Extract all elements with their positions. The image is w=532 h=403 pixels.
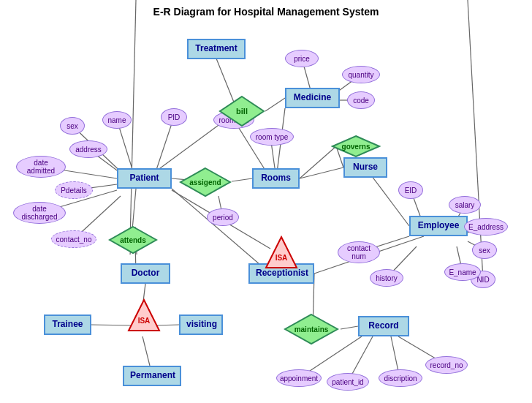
svg-text:assigend: assigend [189,178,221,187]
attr-pid: PID [161,108,187,126]
rel-assigend: assigend [179,167,232,197]
svg-text:ISA: ISA [276,254,288,262]
attr-name: name [102,111,132,129]
attr-quantity: quantity [342,66,380,83]
attr-discription: discription [379,369,422,387]
svg-line-18 [232,178,252,181]
rel-attends: attends [108,225,158,255]
rel-bill: bill [218,95,265,127]
entity-nurse: Nurse [343,157,387,178]
svg-line-39 [341,326,358,329]
attr-eid: EID [398,181,423,199]
attr-address: address [69,140,107,158]
attr-pdetails: Pdetails [55,181,93,199]
isa-receptionist: ISA [265,236,298,269]
svg-marker-62 [129,300,159,331]
attr-record-no: record_no [425,356,468,374]
attr-e-address: E_address [464,218,508,236]
entity-doctor: Doctor [121,263,170,284]
svg-text:attends: attends [120,236,146,244]
entity-visiting: visiting [179,315,223,335]
svg-marker-60 [266,237,297,268]
attr-sex2: sex [472,241,497,259]
attr-period: period [207,208,239,226]
entity-permanent: Permanent [123,366,181,386]
attr-history: history [370,269,403,287]
attr-code: code [347,91,375,109]
attr-contact-num: contact num [338,241,380,263]
attr-appoinment: appoinment [276,369,322,387]
svg-line-34 [468,0,483,279]
attr-price: price [285,50,319,67]
diagram-title: E-R Diagram for Hospital Management Syst… [0,0,532,23]
rel-maintains: maintains [284,313,339,345]
attr-contact-no: contact_no [51,230,96,248]
svg-line-1 [265,98,285,111]
entity-treatment: Treatment [187,39,246,59]
isa-doctor: ISA [127,298,161,332]
svg-line-20 [300,167,343,178]
svg-line-28 [172,189,270,274]
entity-record: Record [358,316,409,336]
attr-patient-id: patient_id [327,373,369,391]
svg-text:governs: governs [342,143,370,151]
entity-employee: Employee [409,216,468,236]
attr-sex: sex [60,117,85,135]
entity-rooms: Rooms [252,168,300,189]
entity-patient: Patient [117,168,172,189]
attr-date-discharged: date discharged [13,202,66,224]
svg-text:bill: bill [236,107,248,116]
attr-salary: salary [449,196,481,214]
svg-text:maintains: maintains [294,325,329,334]
svg-line-26 [142,336,150,366]
entity-trainee: Trainee [44,315,91,335]
attr-date-admitted: date admitted [16,156,66,178]
rel-governs: governs [331,135,381,158]
attr-room-type: room type [250,128,294,146]
attr-e-name: E_name [444,263,481,281]
svg-text:ISA: ISA [138,317,151,325]
entity-medicine: Medicine [285,88,340,108]
